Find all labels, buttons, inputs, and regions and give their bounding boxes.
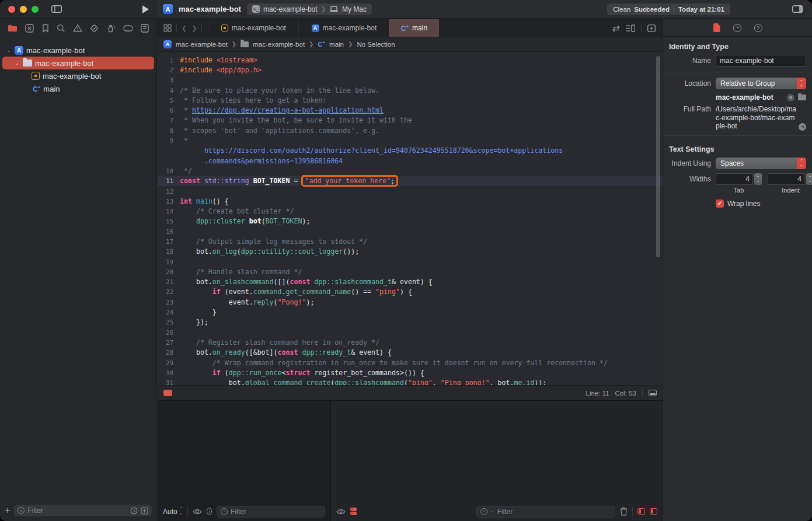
line-number[interactable]: 29 (158, 359, 180, 366)
code-line[interactable]: 4/* Be sure to place your token in the l… (158, 85, 663, 95)
code-line[interactable]: 27 /* Register slash command here in on_… (158, 337, 663, 347)
clear-location-icon[interactable]: ✕ (787, 94, 794, 102)
code-line[interactable]: 19 (158, 257, 663, 267)
breadcrumb-selection[interactable]: No Selection (357, 41, 395, 48)
line-number[interactable]: 3 (158, 76, 180, 83)
code-line[interactable]: .commands&permissions=139586816064 (158, 156, 663, 166)
activity-status[interactable]: Clean Succeeded | Today at 21:01 (607, 4, 730, 15)
indent-width-field[interactable] (768, 173, 805, 185)
source-editor[interactable]: 1#include <iostream>2#include <dpp/dpp.h… (158, 52, 663, 385)
clear-console-icon[interactable] (620, 507, 628, 516)
line-number[interactable]: 19 (158, 258, 180, 265)
line-number[interactable]: 14 (158, 208, 180, 215)
breakpoint-toggle-icon[interactable] (163, 390, 172, 396)
breakpoints-navigator-icon[interactable] (123, 25, 133, 32)
tree-row-product[interactable]: mac-example-bot (2, 69, 154, 82)
code-line[interactable]: 8 * scopes 'bot' and 'applications.comma… (158, 125, 663, 135)
code-line[interactable]: 2#include <dpp/dpp.h> (158, 65, 663, 75)
code-review-icon[interactable]: ⇄ (612, 23, 620, 34)
variables-filter-input[interactable] (231, 508, 321, 516)
tab-project[interactable]: mac-example-bot (208, 19, 298, 37)
code-line[interactable]: 21 bot.on_slashcommand([](const dpp::sla… (158, 277, 663, 287)
add-item-button[interactable]: + (5, 505, 10, 516)
line-number[interactable]: 15 (158, 218, 180, 225)
history-inspector-icon[interactable] (733, 24, 741, 32)
tree-row-group-selected[interactable]: ⌄ mac-example-bot (2, 57, 154, 69)
toggle-right-sidebar-icon[interactable] (792, 5, 803, 13)
tab-group[interactable]: A mac-example-bot (298, 19, 389, 37)
editor-layout-options-icon[interactable] (626, 25, 635, 32)
code-line[interactable]: 31 bot.global_command_create(dpp::slashc… (158, 378, 663, 386)
console-content[interactable] (331, 401, 663, 502)
line-number[interactable]: 25 (158, 319, 180, 326)
find-navigator-icon[interactable] (57, 24, 65, 33)
tree-row-main-file[interactable]: C+ main (2, 82, 154, 95)
disclosure-chevron-icon[interactable]: ⌄ (14, 60, 20, 66)
line-number[interactable]: 2 (158, 67, 180, 74)
editor-scrollbar[interactable] (656, 56, 660, 257)
quicklook-eye-icon[interactable] (336, 509, 346, 515)
line-number[interactable]: 31 (158, 379, 180, 385)
tab-overview-icon[interactable] (163, 24, 172, 32)
line-number[interactable]: 27 (158, 339, 180, 346)
code-line[interactable]: 16 (158, 226, 663, 236)
console-filter-field[interactable]: ≡ ⌄ (476, 506, 615, 517)
line-number[interactable]: 9 (158, 137, 180, 144)
line-number[interactable]: 17 (158, 238, 180, 245)
toggle-variables-view-icon[interactable] (637, 508, 645, 515)
quicklook-eye-icon[interactable] (193, 509, 202, 515)
open-in-finder-icon[interactable]: ➔ (799, 123, 806, 131)
code-line[interactable]: 15 dpp::cluster bot(BOT_TOKEN); (158, 216, 663, 226)
code-line[interactable]: 5 * Follow steps here to get a token: (158, 95, 663, 105)
code-line[interactable]: 18 bot.on_log(dpp::utility::cout_logger(… (158, 247, 663, 257)
disclosure-chevron-icon[interactable]: ⌄ (6, 47, 12, 53)
line-number[interactable]: 1 (158, 57, 180, 64)
line-number[interactable]: 26 (158, 329, 180, 336)
variables-filter-field[interactable]: ≡ (217, 506, 325, 517)
line-number[interactable]: 21 (158, 278, 180, 285)
add-editor-icon[interactable] (647, 25, 656, 32)
go-back-icon[interactable]: ❮ (182, 25, 187, 32)
code-line[interactable]: https://discord.com/oauth2/authorize?cli… (158, 146, 663, 156)
toggle-debug-area-icon[interactable] (649, 390, 657, 396)
tests-navigator-icon[interactable] (90, 24, 99, 33)
line-number[interactable]: 10 (158, 167, 180, 174)
location-dropdown[interactable]: Relative to Group ⌃⌄ (716, 78, 806, 89)
help-inspector-icon[interactable]: ? (754, 24, 762, 32)
line-number[interactable]: 18 (158, 248, 180, 255)
code-line[interactable]: 10 */ (158, 166, 663, 176)
indent-width-stepper[interactable]: ⌃⌄ (806, 173, 812, 185)
breadcrumb-group[interactable]: mac-example-bot (253, 41, 305, 48)
line-number[interactable]: 4 (158, 87, 180, 94)
code-line[interactable]: 30 if (dpp::run_once<struct register_bot… (158, 368, 663, 377)
code-line[interactable]: 3 (158, 75, 663, 85)
run-button[interactable] (142, 5, 149, 13)
code-line[interactable]: 14 /* Create bot cluster */ (158, 206, 663, 216)
toggle-left-sidebar-icon[interactable] (51, 5, 62, 13)
code-line[interactable]: 11const std::string BOT_TOKEN = "add you… (158, 176, 663, 186)
code-line[interactable]: 24 } (158, 307, 663, 317)
file-inspector-icon[interactable] (713, 23, 720, 32)
source-control-navigator-icon[interactable] (25, 24, 34, 33)
scheme-project-label[interactable]: mac-example-bot (263, 5, 318, 13)
indent-using-dropdown[interactable]: Spaces ⌃⌄ (716, 158, 806, 169)
code-line[interactable]: 12 (158, 186, 663, 196)
code-line[interactable]: 13int main() { (158, 196, 663, 206)
line-number[interactable]: 16 (158, 228, 180, 235)
line-number[interactable]: 5 (158, 97, 180, 104)
variables-content[interactable] (158, 401, 330, 502)
line-number[interactable]: 6 (158, 107, 180, 114)
line-number[interactable]: 22 (158, 288, 180, 295)
code-line[interactable]: 26 (158, 327, 663, 337)
tree-row-project[interactable]: ⌄ A mac-example-bot (2, 44, 154, 57)
line-number[interactable]: 30 (158, 369, 180, 376)
info-icon[interactable]: i (207, 508, 212, 515)
recent-files-filter-icon[interactable] (130, 507, 138, 515)
source-control-status-filter-icon[interactable] (141, 507, 148, 515)
line-number[interactable]: 12 (158, 188, 180, 195)
code-line[interactable]: 20 /* Handle slash command */ (158, 267, 663, 277)
code-line[interactable]: 28 bot.on_ready([&bot](const dpp::ready_… (158, 348, 663, 358)
variables-scope-button[interactable]: Auto ⌃⌄ (163, 508, 183, 516)
line-number[interactable]: 11 (158, 177, 180, 184)
navigator-filter-field[interactable]: ≡ (14, 505, 152, 516)
